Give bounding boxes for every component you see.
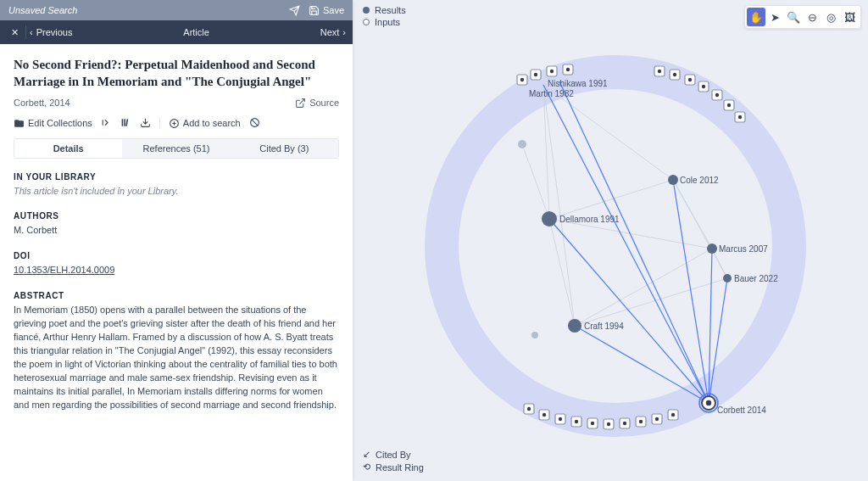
tab-references-label: References (143, 143, 191, 154)
svg-point-36 (607, 422, 610, 426)
next-button[interactable]: Next › (320, 27, 346, 37)
prev-button[interactable]: ‹ Previous (30, 27, 72, 37)
prev-label: Previous (36, 27, 73, 37)
authors-heading: AUTHORS (14, 211, 339, 221)
chevron-right-icon: › (342, 27, 346, 37)
abstract-heading: ABSTRACT (14, 291, 339, 300)
library-body: This article isn't included in your Libr… (14, 185, 339, 199)
exclude-button[interactable] (249, 117, 260, 130)
node-unlabeled-1[interactable] (518, 140, 526, 148)
svg-point-24 (738, 115, 742, 119)
tag-icon (101, 117, 112, 128)
svg-point-8 (550, 70, 554, 73)
svg-point-40 (639, 420, 643, 423)
svg-point-12 (658, 70, 661, 73)
svg-point-14 (673, 73, 676, 76)
svg-point-10 (566, 68, 570, 71)
citation-graph[interactable]: Dellamora 1991 Cole 2012 Marcus 2007 Bau… (353, 0, 868, 481)
svg-point-18 (702, 85, 705, 88)
tab-citedby-label: Cited By (259, 143, 295, 154)
divider (25, 25, 26, 39)
doi-heading: DOI (14, 251, 339, 260)
save-icon (309, 5, 320, 16)
node-marcus[interactable] (707, 243, 717, 254)
node-cole[interactable] (668, 175, 678, 185)
folder-icon (14, 118, 25, 129)
external-link-icon (295, 98, 306, 109)
svg-point-26 (527, 407, 531, 411)
article-title: No Second Friend?: Perpetual Maidenhood … (14, 56, 339, 91)
article-toolbar: Edit Collections Add to search (14, 117, 339, 130)
download-button[interactable] (140, 117, 151, 130)
label-craft: Craft 1994 (584, 322, 624, 331)
label-focus: Corbett 2014 (717, 405, 766, 415)
send-icon (289, 5, 300, 16)
graph-panel[interactable]: Results Inputs ↙Cited By ⟲Result Ring ✋ … (353, 0, 868, 481)
send-button[interactable] (289, 5, 300, 16)
label-bauer: Bauer 2022 (734, 274, 778, 283)
detail-tabs: Details References (51) Cited By (3) (14, 138, 339, 159)
next-label: Next (320, 27, 340, 37)
article-navbar: ✕ ‹ Previous Article Next › (0, 20, 353, 44)
svg-point-66 (706, 400, 711, 405)
search-title: Unsaved Search (8, 5, 281, 15)
tag-button[interactable] (101, 117, 112, 130)
svg-point-44 (671, 413, 675, 417)
library-icon (120, 117, 131, 128)
node-unlabeled-2[interactable] (531, 332, 538, 338)
article-content: No Second Friend?: Perpetual Maidenhood … (0, 44, 353, 481)
tab-citedby[interactable]: Cited By (3) (231, 139, 338, 158)
library-heading: IN YOUR LIBRARY (14, 172, 339, 182)
label-cole: Cole 2012 (680, 176, 719, 185)
close-button[interactable]: ✕ (7, 27, 22, 38)
save-label: Save (323, 5, 344, 15)
svg-point-34 (591, 422, 594, 425)
nav-title: Article (72, 27, 320, 37)
label-martin: Martin 1982 (529, 89, 574, 98)
add-to-search-button[interactable]: Add to search (169, 118, 241, 129)
svg-point-20 (715, 93, 719, 97)
library-button[interactable] (120, 117, 131, 130)
download-icon (140, 117, 151, 128)
focus-node[interactable] (699, 394, 718, 412)
svg-point-4 (520, 78, 524, 81)
node-bauer[interactable] (723, 274, 732, 282)
svg-point-22 (727, 103, 731, 107)
search-topbar: Unsaved Search Save (0, 0, 353, 20)
tab-references-count: (51) (193, 143, 210, 154)
tab-references[interactable]: References (51) (122, 139, 230, 158)
node-dellamora[interactable] (542, 211, 557, 227)
svg-point-28 (542, 413, 546, 417)
svg-point-16 (688, 78, 692, 81)
abstract-body: In Memoriam (1850) opens with a parallel… (14, 304, 339, 412)
add-to-search-label: Add to search (183, 118, 241, 128)
save-button[interactable]: Save (309, 5, 344, 16)
svg-point-30 (559, 417, 562, 421)
doi-link[interactable]: 10.1353/ELH.2014.0009 (14, 265, 114, 275)
detail-panel: Unsaved Search Save ✕ ‹ Previous Article… (0, 0, 353, 481)
source-link[interactable]: Source (295, 98, 339, 109)
add-icon (169, 118, 180, 129)
svg-point-42 (655, 417, 659, 421)
node-craft[interactable] (568, 319, 581, 333)
label-nishikawa: Nishikawa 1991 (548, 79, 608, 88)
tab-citedby-count: (3) (298, 143, 309, 154)
svg-point-32 (575, 420, 578, 423)
edit-collections-button[interactable]: Edit Collections (14, 118, 92, 129)
source-label: Source (309, 98, 339, 108)
tab-details[interactable]: Details (14, 139, 122, 158)
exclude-icon (249, 117, 260, 128)
chevron-left-icon: ‹ (30, 27, 33, 37)
svg-point-38 (623, 422, 626, 425)
label-dellamora: Dellamora 1991 (559, 215, 620, 224)
edit-collections-label: Edit Collections (28, 118, 92, 128)
article-meta: Corbett, 2014 (14, 98, 70, 108)
svg-point-6 (534, 73, 537, 76)
authors-body: M. Corbett (14, 224, 339, 238)
label-marcus: Marcus 2007 (719, 244, 768, 254)
